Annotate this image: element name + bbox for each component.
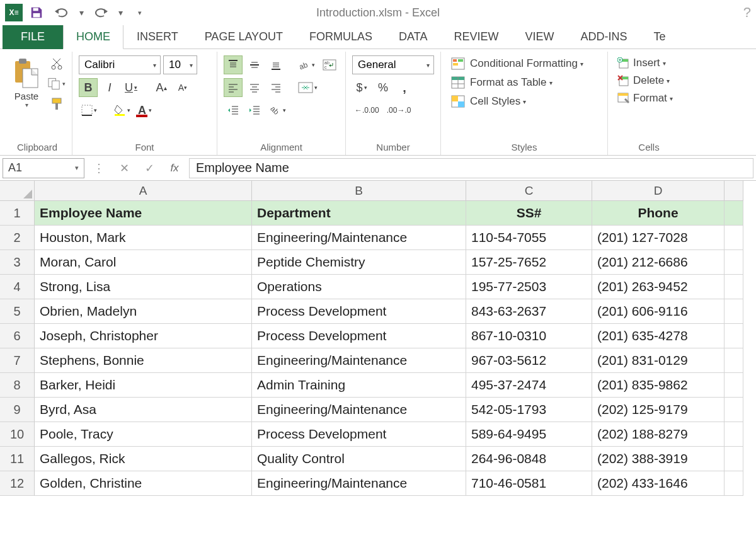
wrap-text-icon[interactable]: abc [320,55,339,74]
data-cell[interactable]: Stephens, Bonnie [35,348,252,373]
data-cell[interactable]: 589-64-9495 [466,422,592,447]
data-cell[interactable] [724,299,743,324]
data-cell[interactable] [724,348,743,373]
header-cell[interactable]: SS# [466,201,592,226]
redo-dropdown[interactable]: ▾ [117,4,123,21]
align-center-icon[interactable] [245,78,264,97]
data-cell[interactable]: Process Development [252,299,466,324]
redo-button[interactable] [92,4,110,21]
data-cell[interactable] [724,398,743,422]
data-cell[interactable]: Moran, Carol [35,250,252,275]
data-cell[interactable]: (201) 606-9116 [592,299,724,324]
column-header-B[interactable]: B [252,181,466,201]
data-cell[interactable]: 542-05-1793 [466,398,592,422]
font-color-button[interactable]: A▾ [135,101,154,120]
data-cell[interactable]: (201) 263-9452 [592,275,724,299]
data-cell[interactable]: 710-46-0581 [466,471,592,496]
data-cell[interactable]: Houston, Mark [35,226,252,250]
tab-page-layout[interactable]: PAGE LAYOUT [192,25,296,49]
data-cell[interactable]: Obrien, Madelyn [35,299,252,324]
formula-input[interactable]: Employee Name [189,158,753,178]
tab-view[interactable]: VIEW [512,25,567,49]
data-cell[interactable]: Quality Control [252,447,466,471]
data-cell[interactable]: 264-96-0848 [466,447,592,471]
data-cell[interactable] [724,250,743,275]
fill-color-button[interactable]: ▾ [111,101,133,120]
row-header-10[interactable]: 10 [0,422,35,447]
column-header-E[interactable] [724,181,743,201]
orientation-icon[interactable]: ab▾ [295,55,318,74]
underline-button[interactable]: U▾ [122,78,140,97]
row-header-2[interactable]: 2 [0,226,35,250]
header-cell[interactable]: Employee Name [35,201,252,226]
data-cell[interactable]: Engineering/Maintenance [252,471,466,496]
data-cell[interactable]: 967-03-5612 [466,348,592,373]
header-cell[interactable]: Phone [592,201,724,226]
undo-dropdown[interactable]: ▾ [78,4,84,21]
data-cell[interactable]: Process Development [252,422,466,447]
data-cell[interactable]: Joseph, Christopher [35,324,252,348]
data-cell[interactable]: Strong, Lisa [35,275,252,299]
paste-button[interactable]: Paste ▾ [9,55,44,110]
data-cell[interactable]: 495-37-2474 [466,373,592,398]
decrease-indent-icon[interactable] [224,101,243,120]
data-cell[interactable]: Process Development [252,324,466,348]
cut-icon[interactable] [48,55,66,72]
row-header-12[interactable]: 12 [0,471,35,496]
data-cell[interactable]: Golden, Christine [35,471,252,496]
row-header-5[interactable]: 5 [0,299,35,324]
decrease-decimal-icon[interactable]: .00→.0 [384,101,414,120]
data-cell[interactable]: Barker, Heidi [35,373,252,398]
row-header-11[interactable]: 11 [0,447,35,471]
row-header-6[interactable]: 6 [0,324,35,348]
conditional-formatting-button[interactable]: Conditional Formatting▾ [447,55,586,72]
align-right-icon[interactable] [266,78,285,97]
data-cell[interactable]: 843-63-2637 [466,299,592,324]
data-cell[interactable] [724,226,743,250]
column-header-D[interactable]: D [592,181,724,201]
shrink-font-icon[interactable]: A▾ [173,78,192,97]
increase-decimal-icon[interactable]: ←.0.00 [352,101,382,120]
data-cell[interactable] [724,471,743,496]
cancel-formula-icon[interactable]: ✕ [113,159,135,178]
data-cell[interactable]: 195-77-2503 [466,275,592,299]
data-cell[interactable] [724,201,743,226]
qat-customize[interactable]: ▾ [131,4,149,21]
percent-format-icon[interactable]: % [374,78,392,97]
bold-button[interactable]: B [79,78,98,97]
header-cell[interactable]: Department [252,201,466,226]
data-cell[interactable] [724,422,743,447]
data-cell[interactable] [724,373,743,398]
data-cell[interactable]: Operations [252,275,466,299]
row-header-3[interactable]: 3 [0,250,35,275]
data-cell[interactable]: Poole, Tracy [35,422,252,447]
copy-icon[interactable]: ▾ [48,76,66,92]
data-cell[interactable]: (201) 831-0129 [592,348,724,373]
data-cell[interactable]: Admin Training [252,373,466,398]
orientation-vert-icon[interactable]: ab▾ [266,101,289,120]
font-size-combo[interactable]: 10▾ [163,55,197,74]
format-painter-icon[interactable] [48,96,66,112]
row-header-4[interactable]: 4 [0,275,35,299]
enter-formula-icon[interactable]: ✓ [139,159,160,178]
align-top-icon[interactable] [224,55,243,74]
data-cell[interactable]: (202) 433-1646 [592,471,724,496]
format-as-table-button[interactable]: Format as Table▾ [447,74,555,91]
number-format-combo[interactable]: General▾ [352,55,434,74]
name-box[interactable]: A1▾ [3,158,84,178]
select-all-button[interactable] [0,181,35,201]
undo-button[interactable] [53,4,71,21]
tab-addins[interactable]: ADD-INS [567,25,640,49]
align-left-icon[interactable] [224,78,243,97]
tab-formulas[interactable]: FORMULAS [296,25,386,49]
tab-extra[interactable]: Te [640,25,679,49]
data-cell[interactable]: Byrd, Asa [35,398,252,422]
data-cell[interactable]: Engineering/Maintenance [252,398,466,422]
data-cell[interactable]: 867-10-0310 [466,324,592,348]
data-cell[interactable]: (201) 212-6686 [592,250,724,275]
tab-insert[interactable]: INSERT [123,25,192,49]
align-bottom-icon[interactable] [266,55,285,74]
data-cell[interactable]: Gallegos, Rick [35,447,252,471]
tab-data[interactable]: DATA [386,25,440,49]
row-header-1[interactable]: 1 [0,201,35,226]
